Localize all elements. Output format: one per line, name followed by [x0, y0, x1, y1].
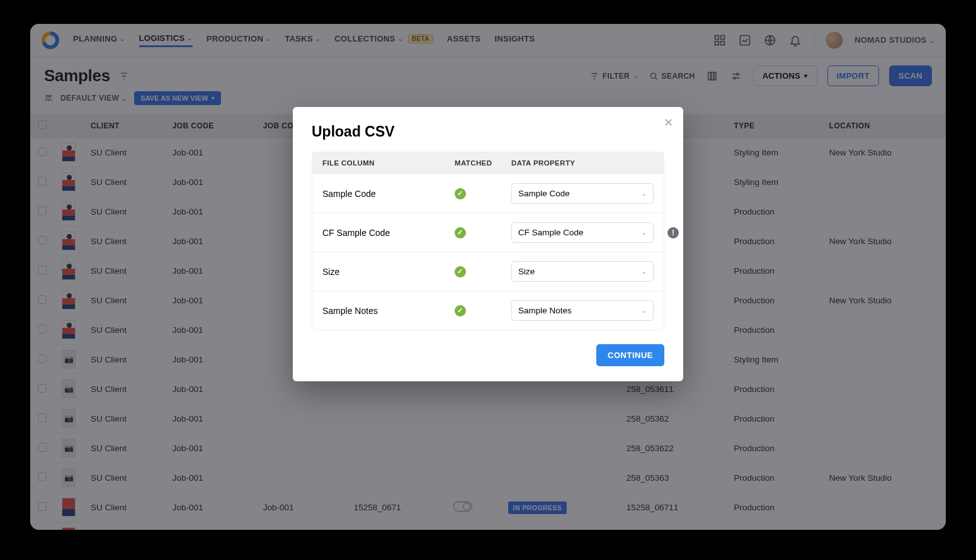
- check-icon: ✓: [455, 266, 466, 277]
- modal-backdrop: ✕ Upload CSV FILE COLUMN MATCHED DATA PR…: [0, 0, 976, 560]
- check-icon: ✓: [455, 305, 466, 316]
- modal-title: Upload CSV: [312, 123, 664, 140]
- file-column-name: Sample Code: [322, 189, 455, 199]
- upload-csv-modal: ✕ Upload CSV FILE COLUMN MATCHED DATA PR…: [293, 107, 683, 381]
- data-property-select[interactable]: Sample Notes⌄: [511, 300, 654, 321]
- check-icon: ✓: [455, 188, 466, 199]
- col-header-file-column: FILE COLUMN: [322, 159, 455, 167]
- mapping-row: Size✓Size⌄: [312, 252, 664, 291]
- data-property-select[interactable]: Sample Code⌄: [511, 183, 654, 204]
- continue-button[interactable]: CONTINUE: [596, 344, 664, 366]
- file-column-name: Sample Notes: [322, 306, 455, 316]
- file-column-name: CF Sample Code: [322, 228, 455, 238]
- mapping-row: CF Sample Code✓CF Sample Code⌄!: [312, 213, 664, 252]
- close-icon[interactable]: ✕: [664, 116, 673, 130]
- data-property-select[interactable]: Size⌄: [511, 261, 654, 282]
- col-header-data-property: DATA PROPERTY: [511, 159, 654, 167]
- mapping-row: Sample Notes✓Sample Notes⌄: [312, 291, 664, 330]
- data-property-select[interactable]: CF Sample Code⌄: [511, 222, 654, 243]
- check-icon: ✓: [455, 227, 466, 238]
- file-column-name: Size: [322, 267, 455, 277]
- col-header-matched: MATCHED: [455, 159, 511, 167]
- column-mapping-table: FILE COLUMN MATCHED DATA PROPERTY Sample…: [312, 152, 664, 330]
- warning-icon[interactable]: !: [667, 227, 679, 238]
- mapping-row: Sample Code✓Sample Code⌄: [312, 174, 664, 213]
